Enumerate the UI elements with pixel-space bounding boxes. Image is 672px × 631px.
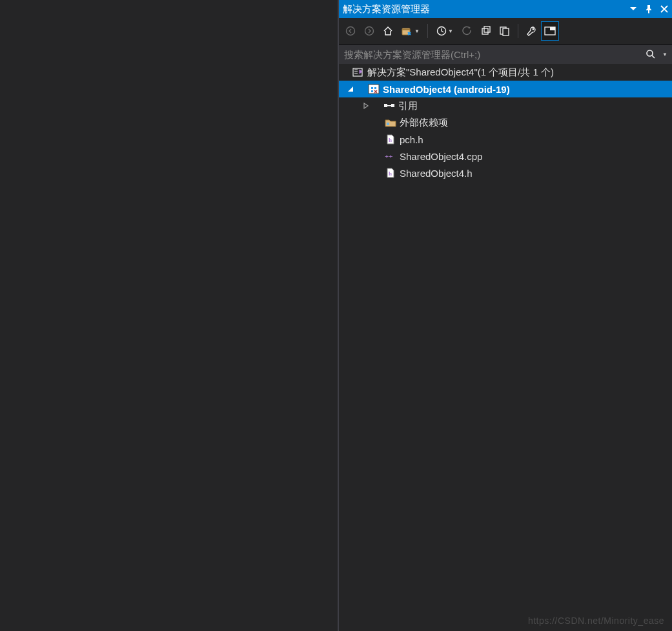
solution-explorer-panel: 解决方案资源管理器: [338, 0, 672, 631]
svg-rect-14: [369, 85, 379, 94]
close-button[interactable]: [657, 0, 672, 18]
header-file-icon: h: [384, 168, 397, 178]
watermark: https://CSDN.net/Minority_ease: [528, 616, 664, 626]
tree-node-label: SharedObject4.h: [397, 168, 473, 179]
svg-text:++: ++: [385, 152, 393, 160]
home-button[interactable]: [379, 21, 397, 41]
search-row: ▼: [339, 45, 672, 64]
svg-text:h: h: [389, 170, 392, 177]
chevron-down-icon: ▼: [448, 28, 453, 34]
svg-text:h: h: [389, 137, 392, 143]
panel-drag-handle[interactable]: [434, 0, 624, 18]
tree-node-label: pch.h: [397, 134, 423, 145]
tree-node-label: 解决方案"SharedObject4"(1 个项目/共 1 个): [365, 66, 554, 79]
tree-node-references[interactable]: 引用: [339, 97, 672, 114]
svg-rect-5: [482, 28, 488, 34]
show-all-files-button[interactable]: [496, 21, 514, 41]
editor-area: [0, 0, 338, 631]
tree-node-file[interactable]: h SharedObject4.h: [339, 165, 672, 181]
tree-node-project[interactable]: SharedObject4 (android-19): [339, 81, 672, 97]
search-options-dropdown[interactable]: ▼: [660, 52, 672, 57]
panel-title-bar[interactable]: 解决方案资源管理器: [339, 0, 672, 18]
search-input[interactable]: [339, 45, 641, 64]
expander-open-icon[interactable]: [345, 84, 356, 94]
solution-icon: [352, 67, 365, 77]
svg-point-12: [647, 50, 653, 56]
tree-node-solution[interactable]: 解决方案"SharedObject4"(1 个项目/共 1 个): [339, 64, 672, 81]
svg-rect-6: [484, 26, 490, 32]
collapse-all-button[interactable]: [477, 21, 495, 41]
svg-rect-8: [503, 28, 509, 35]
svg-rect-3: [402, 29, 410, 30]
tree-node-file[interactable]: h pch.h: [339, 131, 672, 148]
svg-point-9: [533, 28, 535, 30]
folder-icon: [384, 117, 397, 128]
chevron-down-icon: ▼: [414, 28, 420, 34]
tree-node-label: SharedObject4 (android-19): [380, 84, 510, 95]
pin-button[interactable]: [641, 0, 657, 18]
toolbar-separator: [518, 24, 518, 38]
tree-node-external-deps[interactable]: 外部依赖项: [339, 114, 672, 131]
panel-toolbar: ▼ ▼: [339, 18, 672, 45]
tree-node-file[interactable]: ++ SharedObject4.cpp: [339, 148, 672, 165]
toolbar-separator: [427, 24, 428, 38]
svg-rect-18: [387, 123, 389, 125]
tree-node-label: 引用: [396, 100, 418, 112]
svg-point-1: [365, 27, 374, 35]
panel-title: 解决方案资源管理器: [343, 3, 433, 15]
references-icon: [383, 101, 396, 111]
svg-rect-16: [391, 104, 394, 107]
scope-button[interactable]: ▼: [398, 21, 423, 41]
svg-point-0: [347, 27, 355, 35]
nav-forward-button[interactable]: [360, 21, 378, 41]
tree-node-label: 外部依赖项: [397, 117, 448, 129]
tree-node-label: SharedObject4.cpp: [397, 151, 482, 162]
svg-rect-15: [384, 104, 387, 107]
cpp-file-icon: ++: [384, 151, 397, 161]
svg-rect-11: [550, 27, 555, 30]
pending-changes-filter-button[interactable]: ▼: [432, 21, 458, 41]
solution-tree[interactable]: 解决方案"SharedObject4"(1 个项目/共 1 个) SharedO…: [339, 64, 672, 631]
expander-closed-icon[interactable]: [361, 101, 371, 111]
panel-window-controls: [626, 0, 672, 18]
nav-back-button[interactable]: [341, 21, 360, 41]
panel-dropdown-button[interactable]: [626, 0, 641, 18]
preview-selected-button[interactable]: [541, 21, 559, 41]
header-file-icon: h: [384, 134, 397, 145]
properties-button[interactable]: [522, 21, 540, 41]
search-button[interactable]: [641, 45, 660, 64]
project-icon: [367, 84, 380, 94]
sync-button[interactable]: [458, 21, 476, 41]
svg-rect-17: [387, 105, 391, 106]
